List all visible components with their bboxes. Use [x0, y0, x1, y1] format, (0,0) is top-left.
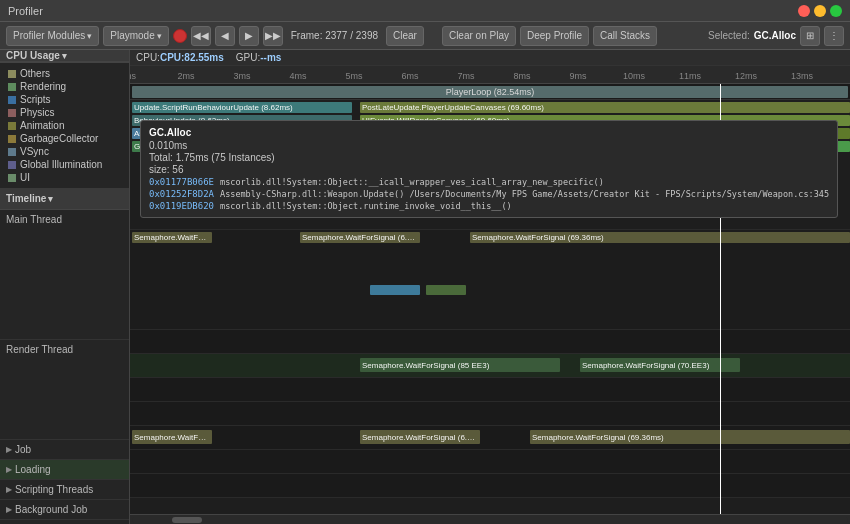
title-bar-text: Profiler: [8, 5, 43, 17]
cpu-val: CPU:82.55ms: [160, 52, 224, 63]
sidebar-item-rendering[interactable]: Rendering: [0, 80, 129, 93]
step-next-btn[interactable]: ▶: [239, 26, 259, 46]
semaphore-bar-3[interactable]: Semaphore.WaitForSignal (69.36ms): [470, 232, 850, 243]
layout-btn[interactable]: ⊞: [800, 26, 820, 46]
timeline-area: CPU:CPU:82.55ms GPU:--ms ms 2ms 3ms 4ms …: [130, 50, 850, 524]
gc-label: GarbageCollector: [20, 133, 98, 144]
vsync-color: [8, 148, 16, 156]
max-btn[interactable]: [830, 5, 842, 17]
step-prev-btn[interactable]: ◀: [215, 26, 235, 46]
semaphore-bar-2[interactable]: Semaphore.WaitForSignal (6.27ms): [300, 232, 420, 243]
deep-profile-btn[interactable]: Deep Profile: [520, 26, 589, 46]
sidebar-item-vsync[interactable]: VSync: [0, 145, 129, 158]
sidebar-item-ui[interactable]: UI: [0, 171, 129, 184]
scripting-track: [130, 378, 850, 402]
main-thread-track: Update.ScriptRunBehaviourUpdate (8.62ms)…: [130, 100, 850, 230]
main-layout: CPU Usage 4ms (250FPS) 1ms (1000FPS) Oth…: [0, 50, 850, 524]
tick-7: 7ms: [457, 71, 474, 81]
thread-tracks[interactable]: PlayerLoop (82.54ms) Update.ScriptRunBeh…: [130, 84, 850, 514]
rendering-label: Rendering: [20, 81, 66, 92]
player-loop-label: PlayerLoop (82.54ms): [446, 87, 535, 97]
sidebar-item-scripts[interactable]: Scripts: [0, 93, 129, 106]
profiler-modules-btn[interactable]: Profiler Modules: [6, 26, 99, 46]
playmode-btn[interactable]: Playmode: [103, 26, 168, 46]
job-track: [130, 330, 850, 354]
audio-track: [130, 474, 850, 498]
min-btn[interactable]: [814, 5, 826, 17]
cpu-gpu-bar: CPU:CPU:82.55ms GPU:--ms: [130, 50, 850, 66]
scripting-arrow: ▶: [6, 485, 12, 494]
sidebar-item-animation[interactable]: Animation: [0, 119, 129, 132]
settings-icon[interactable]: ⋮: [824, 26, 844, 46]
tick-11: 11ms: [679, 71, 701, 81]
detail-size-row: size: 56: [149, 164, 829, 175]
detail-popup: GC.Alloc 0.010ms Total: 1.75ms (75 Insta…: [140, 120, 838, 218]
thread-labels-panel: Main Thread Render Thread ▶ Job ▶ Loadin…: [0, 210, 129, 524]
func-0: mscorlib.dll!System::Object::__icall_wra…: [220, 177, 604, 187]
addr-0: 0x01177B066E: [149, 177, 214, 187]
profiler-sem-label-1: Semaphore.WaitForSignal (3.42ms): [134, 433, 210, 442]
main-thread-label[interactable]: Main Thread: [0, 210, 129, 340]
animation-color: [8, 122, 16, 130]
bg-job-label[interactable]: ▶ Background Job: [0, 500, 129, 520]
scripting-label[interactable]: ▶ Scripting Threads: [0, 480, 129, 500]
loading-label[interactable]: ▶ Loading: [0, 460, 129, 480]
stack-entry-2: 0x0119EDB620 mscorlib.dll!System::Object…: [149, 201, 829, 211]
profiler-label[interactable]: ▶ Profiler: [0, 520, 129, 524]
tick-8: 8ms: [513, 71, 530, 81]
vsync-label: VSync: [20, 146, 49, 157]
render-bar-2[interactable]: [426, 285, 466, 295]
tick-12: 12ms: [735, 71, 757, 81]
semaphore-label-1: Semaphore.WaitForSignal (3.42ms): [134, 233, 210, 242]
render-thread-track: Semaphore.WaitForSignal (3.42ms) Semapho…: [130, 230, 850, 330]
tick-3: 3ms: [233, 71, 250, 81]
profiler-sem-1[interactable]: Semaphore.WaitForSignal (3.42ms): [132, 430, 212, 444]
step-end-btn[interactable]: ▶▶: [263, 26, 283, 46]
timeline-sidebar-header[interactable]: Timeline: [0, 188, 129, 210]
stack-entry-1: 0x01252F8D2A Assembly-CSharp.dll::Weapon…: [149, 189, 829, 199]
toolbar: Profiler Modules Playmode ◀◀ ◀ ▶ ▶▶ Fram…: [0, 22, 850, 50]
h-scrollbar[interactable]: [130, 514, 850, 524]
step-back-btn[interactable]: ◀◀: [191, 26, 211, 46]
frame-info: Frame: 2377 / 2398: [291, 30, 378, 41]
tick-10: 10ms: [623, 71, 645, 81]
clear-on-play-btn[interactable]: Clear on Play: [442, 26, 516, 46]
profiler-sem-3[interactable]: Semaphore.WaitForSignal (69.36ms): [530, 430, 850, 444]
cpu-chart: 4ms (250FPS) 1ms (1000FPS): [0, 62, 129, 63]
stack-entry-0: 0x01177B066E mscorlib.dll!System::Object…: [149, 177, 829, 187]
scripts-label: Scripts: [20, 94, 51, 105]
tick-2: 2ms: [177, 71, 194, 81]
cpu-value: CPU:CPU:82.55ms: [136, 52, 224, 63]
sidebar-item-gc[interactable]: GarbageCollector: [0, 132, 129, 145]
sidebar-item-physics[interactable]: Physics: [0, 106, 129, 119]
call-stacks-btn[interactable]: Call Stacks: [593, 26, 657, 46]
scripts-color: [8, 96, 16, 104]
sidebar-item-gi[interactable]: Global Illumination: [0, 158, 129, 171]
render-bar-1[interactable]: [370, 285, 420, 295]
post-late-update-bar[interactable]: PostLateUpdate.PlayerUpdateCanvases (69.…: [360, 102, 850, 113]
close-btn[interactable]: [798, 5, 810, 17]
update-script-bar[interactable]: Update.ScriptRunBehaviourUpdate (8.62ms): [132, 102, 352, 113]
semaphore-bar-1[interactable]: Semaphore.WaitForSignal (3.42ms): [132, 232, 212, 243]
job-label[interactable]: ▶ Job: [0, 440, 129, 460]
loading-bar-1[interactable]: Semaphore.WaitForSignal (85 EE3): [360, 358, 560, 372]
sidebar: CPU Usage 4ms (250FPS) 1ms (1000FPS) Oth…: [0, 50, 130, 524]
gpu-value: GPU:--ms: [236, 52, 282, 63]
h-scrollbar-thumb[interactable]: [172, 517, 202, 523]
sidebar-item-others[interactable]: Others: [0, 67, 129, 80]
record-btn[interactable]: [173, 29, 187, 43]
player-loop-bar[interactable]: PlayerLoop (82.54ms): [132, 86, 848, 98]
semaphore-label-2: Semaphore.WaitForSignal (6.27ms): [302, 233, 418, 242]
detail-title: GC.Alloc: [149, 127, 829, 138]
addr-1: 0x01252F8D2A: [149, 189, 214, 199]
loading-track: Semaphore.WaitForSignal (85 EE3) Semapho…: [130, 354, 850, 378]
profiler-sem-2[interactable]: Semaphore.WaitForSignal (6.27ms): [360, 430, 480, 444]
render-thread-label[interactable]: Render Thread: [0, 340, 129, 440]
sidebar-items: Others Rendering Scripts Physics Animati…: [0, 63, 129, 188]
clear-btn[interactable]: Clear: [386, 26, 424, 46]
scripting-text: Scripting Threads: [15, 484, 93, 495]
bg-arrow: ▶: [6, 505, 12, 514]
cpu-usage-header[interactable]: CPU Usage: [0, 50, 129, 62]
loading-text: Loading: [15, 464, 51, 475]
loading-bar-2[interactable]: Semaphore.WaitForSignal (70.EE3): [580, 358, 740, 372]
